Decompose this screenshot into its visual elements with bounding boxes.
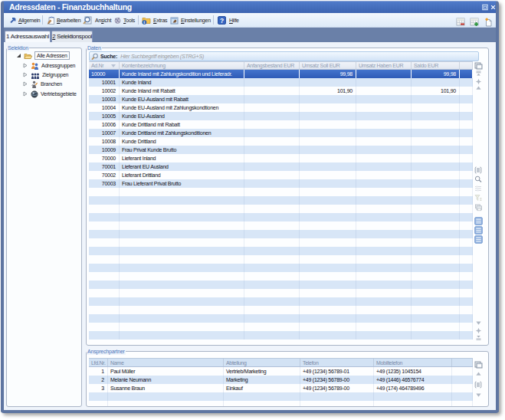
svg-text:?: ? — [220, 16, 224, 24]
